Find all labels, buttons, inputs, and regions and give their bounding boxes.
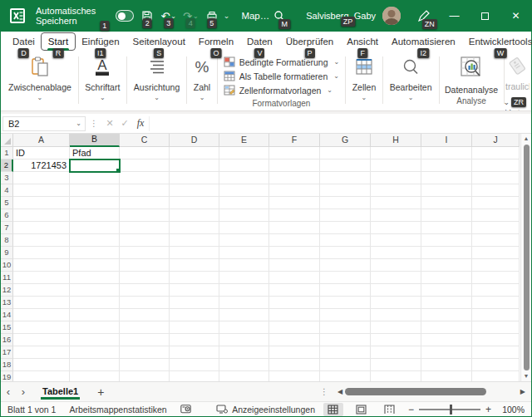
zoom-level[interactable]: 100% xyxy=(500,405,525,415)
cell-j18[interactable] xyxy=(472,359,520,371)
row-header-18[interactable]: 18 xyxy=(1,359,13,371)
worksheet-grid[interactable]: ABCDEFGHIJ 1IDPfad2172145334567891011121… xyxy=(1,134,520,381)
bedingte-formatierung-button[interactable]: Bedingte Formatierung⌄ xyxy=(224,55,340,69)
cell-e15[interactable] xyxy=(219,321,269,334)
cell-i5[interactable] xyxy=(421,197,472,209)
cell-g12[interactable] xyxy=(320,284,371,297)
formula-input[interactable] xyxy=(149,116,530,131)
font-group-button[interactable]: A Schriftart ⌄ xyxy=(79,55,126,110)
tab-uberprufen[interactable]: ÜberprüfenP xyxy=(279,33,341,50)
row-header-4[interactable]: 4 xyxy=(1,184,13,197)
row-header-10[interactable]: 10 xyxy=(1,259,13,272)
cell-a7[interactable] xyxy=(13,222,70,234)
cell-a19[interactable] xyxy=(13,371,70,381)
row-header-12[interactable]: 12 xyxy=(1,284,13,297)
workbook-statistics-button[interactable]: Arbeitsmappenstatistiken xyxy=(69,405,166,415)
cell-g16[interactable] xyxy=(320,334,371,346)
cell-a14[interactable] xyxy=(13,309,70,321)
cell-g15[interactable] xyxy=(320,321,371,334)
cell-d6[interactable] xyxy=(170,209,219,222)
cell-d3[interactable] xyxy=(170,172,219,184)
cell-f8[interactable] xyxy=(269,234,320,247)
cell-d8[interactable] xyxy=(170,234,219,247)
cell-d16[interactable] xyxy=(170,334,219,346)
cell-i16[interactable] xyxy=(421,334,472,346)
cell-i18[interactable] xyxy=(421,359,472,371)
cell-c5[interactable] xyxy=(120,197,170,209)
accessibility-status-button[interactable] xyxy=(180,405,191,414)
cell-a9[interactable] xyxy=(13,247,70,259)
ink-button[interactable]: ZN xyxy=(412,6,434,26)
cell-g17[interactable] xyxy=(320,346,371,359)
cells-group-button[interactable]: Zellen ⌄ xyxy=(347,55,382,110)
cell-b3[interactable] xyxy=(70,172,120,184)
cell-i11[interactable] xyxy=(421,272,472,284)
cell-g7[interactable] xyxy=(320,222,371,234)
row-header-11[interactable]: 11 xyxy=(1,272,13,284)
cell-f1[interactable] xyxy=(269,147,320,159)
cell-j11[interactable] xyxy=(472,272,520,284)
cell-h5[interactable] xyxy=(371,197,421,209)
cell-b12[interactable] xyxy=(70,284,120,297)
cell-g13[interactable] xyxy=(320,297,371,309)
select-all-corner[interactable] xyxy=(1,134,13,147)
cell-f7[interactable] xyxy=(269,222,320,234)
cell-f14[interactable] xyxy=(269,309,320,321)
close-button[interactable]: ✕ xyxy=(500,0,531,32)
tab-daten[interactable]: DatenV xyxy=(240,33,279,50)
scroll-down-icon[interactable]: ▼ xyxy=(524,371,530,381)
cell-i8[interactable] xyxy=(421,234,472,247)
cell-j6[interactable] xyxy=(472,209,520,222)
clipboard-group-button[interactable]: Zwischenablage ⌄ xyxy=(2,55,77,110)
cell-b6[interactable] xyxy=(70,209,120,222)
cell-e16[interactable] xyxy=(219,334,269,346)
formula-bar-grip[interactable]: ⋮ xyxy=(86,119,102,128)
row-header-7[interactable]: 7 xyxy=(1,222,13,234)
cell-f2[interactable] xyxy=(269,159,320,172)
row-header-19[interactable]: 19 xyxy=(1,371,13,381)
horizontal-scrollbar[interactable]: ◀ ▶ xyxy=(335,388,528,395)
cell-e17[interactable] xyxy=(219,346,269,359)
cell-h12[interactable] xyxy=(371,284,421,297)
tab-datei[interactable]: DateiD xyxy=(6,33,42,50)
horizontal-scrollbar-thumb[interactable] xyxy=(345,388,486,395)
cell-j17[interactable] xyxy=(472,346,520,359)
data-analysis-button[interactable]: Datenanalyse xyxy=(440,55,503,95)
cell-j14[interactable] xyxy=(472,309,520,321)
cell-a18[interactable] xyxy=(13,359,70,371)
cell-a16[interactable] xyxy=(13,334,70,346)
cell-f11[interactable] xyxy=(269,272,320,284)
cell-b19[interactable] xyxy=(70,371,120,381)
ribbon-options-button[interactable]: ⌄ ZR xyxy=(503,97,526,107)
row-header-6[interactable]: 6 xyxy=(1,209,13,222)
cell-d7[interactable] xyxy=(170,222,219,234)
cell-f19[interactable] xyxy=(269,371,320,381)
tab-seitenlayout[interactable]: SeitenlayoutS xyxy=(126,33,192,50)
row-header-3[interactable]: 3 xyxy=(1,172,13,184)
editing-group-button[interactable]: Bearbeiten ⌄ xyxy=(384,55,438,110)
cell-f15[interactable] xyxy=(269,321,320,334)
cell-c13[interactable] xyxy=(120,297,170,309)
cell-j1[interactable] xyxy=(472,147,520,159)
cell-e7[interactable] xyxy=(219,222,269,234)
column-header-j[interactable]: J xyxy=(472,134,520,147)
cell-h7[interactable] xyxy=(371,222,421,234)
avatar[interactable] xyxy=(382,7,401,25)
cell-g10[interactable] xyxy=(320,259,371,272)
cell-a2[interactable]: 1721453 xyxy=(13,159,70,172)
cell-i4[interactable] xyxy=(421,184,472,197)
sheetbar-grip[interactable]: ⋮ xyxy=(313,387,335,396)
cell-d18[interactable] xyxy=(170,359,219,371)
zoom-out-button[interactable]: − xyxy=(408,404,414,415)
cell-e12[interactable] xyxy=(219,284,269,297)
vertical-scrollbar[interactable]: ▲ ▼ xyxy=(520,134,531,381)
cell-e11[interactable] xyxy=(219,272,269,284)
cell-j16[interactable] xyxy=(472,334,520,346)
cell-h4[interactable] xyxy=(371,184,421,197)
cell-b4[interactable] xyxy=(70,184,120,197)
scroll-right-icon[interactable]: ▶ xyxy=(518,388,528,395)
cell-f5[interactable] xyxy=(269,197,320,209)
cell-f4[interactable] xyxy=(269,184,320,197)
cell-c18[interactable] xyxy=(120,359,170,371)
tab-formeln[interactable]: FormelnO xyxy=(192,33,240,50)
